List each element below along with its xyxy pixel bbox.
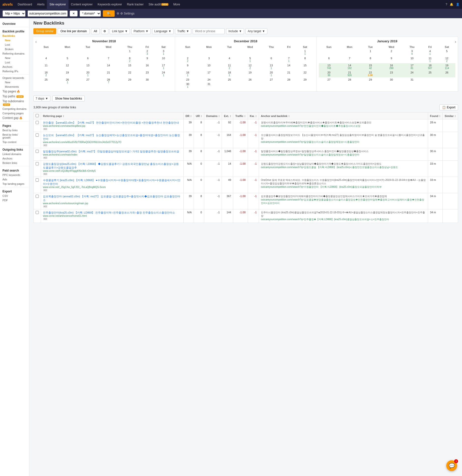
notifications-icon[interactable]: 🔔 [450,3,453,6]
cal-day-cell[interactable]: 25 [36,77,56,85]
sidebar-top-paths[interactable]: Top paths NEW [0,94,29,99]
platform-dropdown[interactable]: Platform ▼ [131,28,151,34]
cal-day-cell[interactable]: 182 [36,70,56,77]
backlink-url[interactable]: outcareyourcompetition.com/search?q=김포콜걸… [261,198,426,205]
cal-day-cell[interactable]: 26 [438,70,455,77]
col-kw[interactable]: Kw. ↕ [248,113,259,119]
days-selector[interactable]: 7 days ▼ [33,96,50,101]
cal-day-cell[interactable]: 201 [79,70,97,77]
cal-day-cell[interactable]: 10 [402,56,422,63]
cal-day-cell[interactable]: 22 [296,70,314,77]
cal-day-cell[interactable]: 15 [120,63,140,70]
referring-page-link[interactable]: 김포목출장안마 (anma02.c0m) 【카톡: mo27】 김포콜걸○김포콜… [43,195,181,202]
sidebar-competing-domains[interactable]: Competing domains [0,107,29,111]
cal-day-cell[interactable]: 15 [296,63,314,70]
sidebar-broken-links[interactable]: Broken links [0,161,29,165]
sidebar-top-landing-pages[interactable]: Top landing pages [0,182,29,186]
cal-day-cell[interactable]: 23 [380,70,402,77]
sidebar-backlink-profile[interactable]: Backlink profile [0,28,29,34]
cal-day-cell[interactable]: 122 [438,56,455,63]
backlink-url[interactable]: outcareyourcompetition.com/search?q=진주출장… [261,218,426,221]
sidebar-ads[interactable]: Ads [0,177,29,182]
cal-day-cell[interactable]: 29 [120,77,140,85]
nav-keywords-explorer[interactable]: Keywords explorer [95,0,124,9]
referring-domain[interactable]: www.vcme.net/arti/science/home01.html [43,215,181,217]
row-checkbox[interactable] [34,148,41,161]
language-dropdown[interactable]: Language ▼ [152,28,174,34]
sidebar-ok-new[interactable]: New [0,80,29,85]
referring-page-link[interactable]: 논산오피 【anma02.c0m】 【카톡: mo27】 논산출장성예약+논산출… [43,133,181,141]
col-referring-page[interactable]: Referring page ↕ [41,113,184,119]
nav-site-audit[interactable]: Site audit NEW [146,0,171,9]
cal-day-cell[interactable]: 5 [438,49,455,56]
sidebar-rd-new[interactable]: New [0,56,29,60]
cal-day-cell[interactable]: 11 [296,49,314,56]
cal-day-cell[interactable]: 27 [261,77,281,82]
cal-day-cell[interactable]: 7 [339,56,360,63]
cal-day-cell[interactable]: 4 [220,56,239,63]
sidebar-backlinks[interactable]: Backlinks [0,34,29,38]
cal-day-cell[interactable]: 13 [79,63,97,70]
cal-day-cell[interactable]: 19 [239,70,261,77]
group-similar-button[interactable]: Group similar [33,28,56,34]
sidebar-backlinks-broken[interactable]: Broken [0,47,29,51]
clear-input-button[interactable]: ✕ [70,11,78,16]
include-dropdown[interactable]: Include ▼ [226,28,244,34]
col-found[interactable]: Found ↕ [428,113,443,119]
cal-day-cell[interactable]: 25 [220,77,239,82]
cal-day-cell[interactable]: 10 [155,56,172,63]
cal-day-cell[interactable]: 261 [56,77,79,85]
cal-day-cell[interactable]: 31 [155,49,172,56]
all-button[interactable]: All [91,28,100,34]
cal-day-cell[interactable]: 8 [360,56,380,63]
referring-domain[interactable]: www.archonind.com/main/index [43,153,181,156]
col-traffic[interactable]: Traffic ↕ [233,113,248,119]
cal-day-cell[interactable]: 19 [56,70,79,77]
cal-day-cell[interactable]: 8 [296,56,314,63]
sidebar-paid-search[interactable]: Paid search [0,167,29,173]
nav-content-explorer[interactable]: Content explorer [68,0,95,9]
cal-day-cell[interactable]: 23 [177,77,198,82]
cal-day-cell[interactable]: 161 [177,70,198,77]
cal-day-cell[interactable]: 2 [380,49,402,56]
cal-day-cell[interactable]: 171 [155,63,172,70]
sidebar-best-by-links[interactable]: Best by links [0,128,29,132]
cal-day-cell[interactable]: 16290 [380,63,402,70]
settings-icon-button[interactable]: ⚙ [101,28,108,34]
cal-day-cell[interactable]: 3 [198,56,220,63]
show-new-backlinks-button[interactable]: Show New backlinks [52,96,85,101]
cal-day-cell[interactable]: 14 [281,63,296,70]
cal-day-cell[interactable]: 9 [380,56,402,63]
referring-domain[interactable]: www.vcme.net/f-oQ18by4FlqggKf6e3k8-rOmIt… [43,170,181,172]
referring-page-link[interactable]: 진주출장안마(kra25.c0m) 【카톡: LD868】 진주출장지역○진주출… [43,211,181,215]
col-ur[interactable]: UR ↕ [194,113,204,119]
select-all-checkbox[interactable] [36,114,39,117]
cal-day-cell[interactable]: 23 [140,49,155,56]
cal-day-cell[interactable]: 18507 [422,63,438,70]
settings-link[interactable]: ⚙ ⚙ Settings [117,12,135,15]
help-icon[interactable]: ? [446,3,447,6]
cal-day-cell[interactable]: 21 [281,70,296,77]
word-phrase-input[interactable] [193,28,225,34]
cal-day-cell[interactable]: 112 [220,63,239,70]
next-month-button[interactable]: › [455,40,456,44]
referring-domain[interactable]: www.archonind.com/view/shopBest.jsp [43,125,181,127]
cal-day-cell[interactable]: 29 [296,77,314,82]
cal-day-cell[interactable]: 26 [239,77,261,82]
cal-day-cell[interactable]: 11 [36,63,56,70]
row-checkbox[interactable] [34,209,41,223]
nav-more[interactable]: More [171,0,182,9]
cal-day-cell[interactable]: 16 [140,63,155,70]
col-anchor-backlink[interactable]: Anchor and backlink ↕ [259,113,428,119]
cal-day-cell[interactable]: 25 [422,70,438,77]
cal-day-cell[interactable]: 4 [36,56,56,63]
cal-day-cell[interactable]: 10 [198,63,220,70]
cal-day-cell[interactable]: 24 [402,70,422,77]
nav-alerts[interactable]: Alerts [35,0,47,9]
cal-day-cell[interactable]: 34 [402,49,422,56]
referring-domain[interactable]: www.archonind.com/wWuc6V8zT06RwQGEXHNUUm… [43,141,181,144]
referring-domain[interactable]: www.vcme.net/_JSg1Xw_5gFJ53_-ToLaQBngMQS… [43,186,181,188]
cal-day-cell[interactable]: 51 [239,56,261,63]
cal-day-cell[interactable]: 21926 [339,70,360,77]
sidebar-anchors[interactable]: Anchors [0,65,29,69]
